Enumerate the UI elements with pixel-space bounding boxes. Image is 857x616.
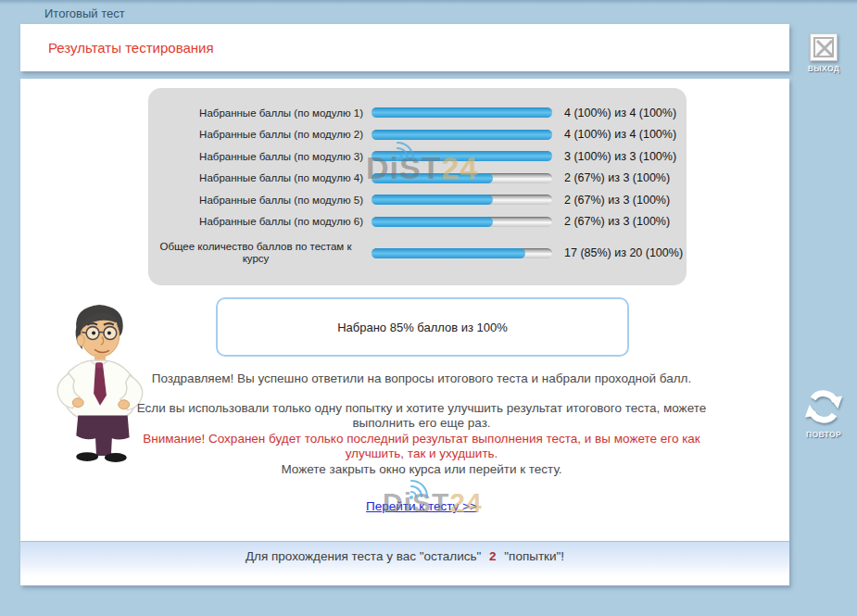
progress-bar-track bbox=[372, 151, 552, 161]
retry-info-text: Если вы использовали только одну попытку… bbox=[134, 401, 709, 432]
result-row: Набранные баллы (по модулю 2)4 (100%) из… bbox=[148, 124, 687, 146]
result-row: Набранные баллы (по модулю 5)2 (67%) из … bbox=[148, 189, 687, 211]
result-row: Набранные баллы (по модулю 4)2 (67%) из … bbox=[148, 168, 687, 190]
progress-bar-fill bbox=[372, 217, 493, 227]
result-row-value: 3 (100%) из 3 (100%) bbox=[552, 150, 676, 163]
repeat-button-label: ПОВТОР bbox=[795, 430, 852, 439]
close-icon bbox=[813, 37, 834, 57]
result-row-value: 2 (67%) из 3 (100%) bbox=[552, 194, 670, 207]
result-row: Общее количество баллов по тестам к курс… bbox=[148, 233, 687, 273]
attempts-text-suffix: "попытки"! bbox=[504, 549, 564, 563]
result-row-label: Набранные баллы (по модулю 1) bbox=[148, 107, 372, 119]
result-row-label: Набранные баллы (по модулю 6) bbox=[148, 216, 372, 227]
progress-bar-fill bbox=[372, 195, 493, 205]
progress-bar-track bbox=[372, 248, 552, 258]
window-title: Итоговый тест bbox=[44, 6, 125, 20]
result-row: Набранные баллы (по модулю 3)3 (100%) из… bbox=[148, 145, 687, 168]
congrats-text: Поздравляем! Вы успешно ответили на вопр… bbox=[134, 371, 709, 387]
result-row-value: 2 (67%) из 3 (100%) bbox=[552, 171, 670, 184]
result-row-label: Набранные баллы (по модулю 5) bbox=[148, 195, 372, 206]
attempts-bar: Для прохождения теста у вас "остались" 2… bbox=[20, 541, 789, 585]
result-messages: Поздравляем! Вы успешно ответили на вопр… bbox=[134, 371, 709, 515]
result-row-label: Набранные баллы (по модулю 4) bbox=[148, 172, 372, 183]
result-row: Набранные баллы (по модулю 6)2 (67%) из … bbox=[148, 211, 687, 233]
progress-bar-fill bbox=[372, 151, 552, 161]
progress-bar-track bbox=[372, 173, 552, 183]
attempts-text-prefix: Для прохождения теста у вас "остались" bbox=[246, 549, 481, 563]
exit-button[interactable] bbox=[810, 33, 838, 61]
progress-bar-track bbox=[372, 195, 552, 205]
header-card: Результаты тестирования bbox=[20, 24, 789, 71]
results-panel: Набранные баллы (по модулю 1)4 (100%) из… bbox=[148, 88, 687, 285]
app-background: { "window": { "title": "Итоговый тест" }… bbox=[0, 0, 857, 616]
result-row-value: 2 (67%) из 3 (100%) bbox=[552, 215, 670, 228]
result-row-value: 4 (100%) из 4 (100%) bbox=[552, 107, 676, 119]
repeat-button[interactable] bbox=[800, 385, 847, 428]
result-row-value: 17 (85%) из 20 (100%) bbox=[552, 246, 683, 259]
result-row-label: Набранные баллы (по модулю 3) bbox=[148, 151, 372, 162]
progress-bar-fill bbox=[372, 107, 552, 118]
closing-text: Можете закрыть окно курса или перейти к … bbox=[134, 462, 709, 478]
go-to-test-link[interactable]: Перейти к тесту >> bbox=[366, 499, 477, 513]
progress-bar-track bbox=[372, 107, 552, 118]
warning-text: Внимание! Сохранен будет только последни… bbox=[134, 432, 709, 462]
exit-button-label: ВЫХОД bbox=[797, 64, 851, 73]
repeat-icon bbox=[813, 394, 836, 421]
result-row: Набранные баллы (по модулю 1)4 (100%) из… bbox=[148, 102, 687, 124]
progress-bar-fill bbox=[372, 248, 525, 258]
progress-bar-fill bbox=[372, 173, 493, 183]
page-title: Результаты тестирования bbox=[48, 40, 214, 56]
window-top-edge bbox=[0, 0, 857, 5]
score-summary-box: Набрано 85% баллов из 100% bbox=[216, 297, 629, 357]
attempts-count: 2 bbox=[489, 549, 497, 563]
result-row-label: Набранные баллы (по модулю 2) bbox=[148, 129, 372, 140]
link-row: Перейти к тесту >> bbox=[134, 499, 709, 515]
results-card: Набранные баллы (по модулю 1)4 (100%) из… bbox=[20, 79, 789, 541]
progress-bar-track bbox=[372, 130, 552, 140]
result-row-value: 4 (100%) из 4 (100%) bbox=[552, 128, 676, 141]
progress-bar-fill bbox=[372, 130, 552, 140]
score-summary-text: Набрано 85% баллов из 100% bbox=[337, 321, 508, 334]
progress-bar-track bbox=[372, 217, 552, 227]
result-row-label: Общее количество баллов по тестам к курс… bbox=[148, 241, 372, 265]
